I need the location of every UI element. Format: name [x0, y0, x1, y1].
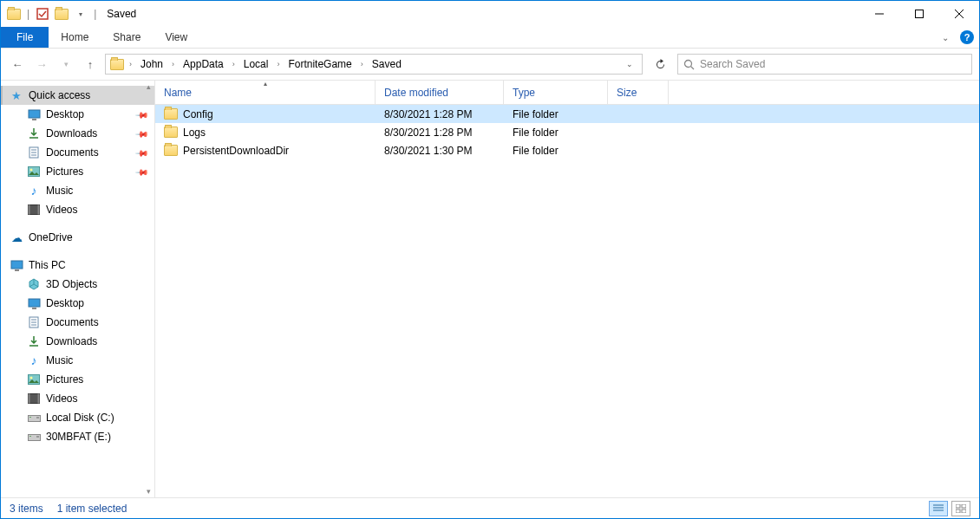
- svg-rect-22: [32, 308, 36, 309]
- sidebar-item[interactable]: 30MBFAT (E:): [1, 427, 154, 446]
- pin-icon: 📌: [135, 146, 149, 159]
- chevron-right-icon[interactable]: ›: [274, 60, 282, 68]
- forward-button[interactable]: →: [32, 55, 51, 74]
- sidebar-item[interactable]: Videos: [1, 389, 154, 408]
- svg-rect-18: [38, 205, 40, 215]
- sidebar-item-label: This PC: [29, 259, 66, 271]
- tab-file[interactable]: File: [1, 27, 49, 48]
- svg-line-6: [691, 66, 695, 69]
- sidebar-item-label: Desktop: [46, 108, 84, 120]
- navbar: ← → ▾ ↑ › John › AppData › Local › Fortn…: [1, 49, 979, 80]
- sidebar-item-label: Music: [46, 354, 73, 367]
- tab-share[interactable]: Share: [101, 27, 153, 48]
- sidebar-item[interactable]: ♪Music: [1, 181, 154, 200]
- sidebar-item-label: Local Disk (C:): [46, 412, 114, 424]
- column-size[interactable]: Size: [608, 81, 669, 104]
- sidebar-item[interactable]: Downloads📌: [1, 124, 154, 143]
- sidebar-item[interactable]: Pictures: [1, 370, 154, 389]
- sidebar-item[interactable]: Videos: [1, 200, 154, 219]
- chevron-right-icon[interactable]: ›: [169, 60, 177, 68]
- sidebar-item[interactable]: Downloads: [1, 332, 154, 351]
- address-folder-icon: [109, 56, 125, 72]
- sidebar-quick-access[interactable]: ★ Quick access: [1, 86, 154, 105]
- view-large-icons-button[interactable]: [951, 501, 970, 516]
- column-date[interactable]: Date modified: [376, 81, 504, 104]
- sidebar-item-label: Videos: [46, 204, 77, 216]
- svg-rect-34: [29, 417, 31, 418]
- column-name[interactable]: ▴ Name: [155, 81, 376, 104]
- qat-dropdown-icon[interactable]: ▾: [73, 6, 88, 22]
- file-date: 8/30/2021 1:28 PM: [376, 108, 504, 120]
- tab-view[interactable]: View: [153, 27, 199, 48]
- search-input[interactable]: [700, 58, 966, 70]
- file-name: Logs: [183, 127, 206, 139]
- address-bar[interactable]: › John › AppData › Local › FortniteGame …: [105, 54, 643, 75]
- file-row[interactable]: Config8/30/2021 1:28 PMFile folder: [155, 105, 979, 123]
- tree-scroll-up-icon[interactable]: ▴: [142, 81, 154, 93]
- file-name: Config: [183, 108, 213, 120]
- view-details-button[interactable]: [929, 501, 948, 516]
- file-type: File folder: [504, 145, 608, 157]
- sidebar-item[interactable]: Desktop: [1, 294, 154, 313]
- sidebar-item[interactable]: Documents📌: [1, 143, 154, 162]
- breadcrumb-seg[interactable]: Saved: [368, 55, 406, 74]
- file-row[interactable]: PersistentDownloadDir8/30/2021 1:30 PMFi…: [155, 141, 979, 159]
- folder-icon: [164, 108, 178, 120]
- sidebar-onedrive[interactable]: ☁ OneDrive: [1, 228, 154, 247]
- sidebar-item-label: Desktop: [46, 297, 84, 309]
- qat-properties-icon[interactable]: [35, 6, 50, 22]
- nav-tree: ▴ ★ Quick access Desktop📌Downloads📌Docum…: [1, 81, 155, 497]
- tab-home[interactable]: Home: [49, 27, 101, 48]
- chevron-right-icon[interactable]: ›: [358, 60, 366, 68]
- breadcrumb-seg[interactable]: John: [136, 55, 167, 74]
- search-box[interactable]: [677, 54, 972, 75]
- disk-icon: [27, 411, 41, 425]
- titlebar: | ▾ | Saved: [1, 1, 979, 27]
- maximize-button[interactable]: [899, 1, 939, 27]
- file-date: 8/30/2021 1:28 PM: [376, 127, 504, 139]
- refresh-button[interactable]: [648, 54, 672, 75]
- status-count: 3 items: [10, 503, 43, 515]
- sidebar-item-label: Videos: [46, 392, 77, 405]
- folder-icon: [164, 127, 178, 138]
- svg-rect-8: [32, 119, 36, 120]
- address-history-dropdown[interactable]: ⌄: [621, 60, 638, 68]
- sidebar-this-pc[interactable]: This PC: [1, 256, 154, 275]
- breadcrumb-seg[interactable]: FortniteGame: [284, 55, 356, 74]
- help-button[interactable]: ?: [955, 27, 979, 48]
- column-headers: ▴ Name Date modified Type Size: [155, 81, 979, 105]
- minimize-button[interactable]: [859, 1, 899, 27]
- file-type: File folder: [504, 127, 608, 139]
- ribbon-expand-icon[interactable]: ⌄: [936, 27, 955, 48]
- svg-rect-42: [956, 504, 960, 508]
- up-button[interactable]: ↑: [81, 55, 100, 74]
- sidebar-item[interactable]: Pictures📌: [1, 162, 154, 181]
- sidebar-item[interactable]: Documents: [1, 313, 154, 332]
- close-button[interactable]: [939, 1, 979, 27]
- back-button[interactable]: ←: [8, 55, 27, 74]
- pin-icon: 📌: [135, 107, 149, 121]
- 3d-icon: [27, 277, 41, 291]
- ribbon: File Home Share View ⌄ ?: [1, 27, 979, 49]
- sidebar-item[interactable]: Local Disk (C:): [1, 408, 154, 427]
- svg-rect-45: [962, 509, 966, 513]
- chevron-right-icon[interactable]: ›: [230, 60, 238, 68]
- sidebar-item[interactable]: ♪Music: [1, 351, 154, 370]
- sidebar-item-label: Downloads: [46, 335, 97, 347]
- file-row[interactable]: Logs8/30/2021 1:28 PMFile folder: [155, 123, 979, 141]
- breadcrumb-seg[interactable]: Local: [239, 55, 273, 74]
- recent-dropdown[interactable]: ▾: [56, 55, 75, 74]
- sort-asc-icon: ▴: [264, 80, 267, 88]
- sidebar-item-label: Documents: [46, 146, 99, 159]
- sidebar-item[interactable]: 3D Objects: [1, 275, 154, 294]
- chevron-right-icon[interactable]: ›: [127, 60, 134, 68]
- sidebar-item[interactable]: Desktop📌: [1, 105, 154, 124]
- svg-rect-7: [29, 110, 40, 118]
- breadcrumb-seg[interactable]: AppData: [179, 55, 228, 74]
- tree-scroll-down-icon[interactable]: ▾: [142, 485, 154, 497]
- column-type[interactable]: Type: [504, 81, 608, 104]
- titlebar-sep: |: [27, 8, 29, 20]
- svg-rect-33: [28, 415, 40, 421]
- qat-folder-icon[interactable]: [54, 6, 69, 22]
- sidebar-item-label: Quick access: [29, 89, 90, 101]
